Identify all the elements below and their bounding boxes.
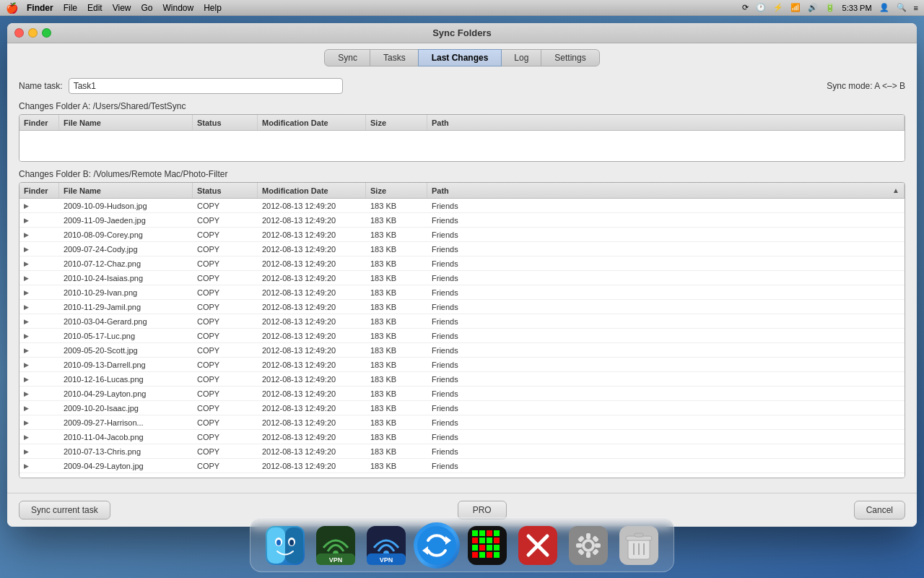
menubar-list-icon[interactable]: ≡: [914, 4, 918, 12]
table-row[interactable]: ▶ 2010-11-29-Jamil.png COPY 2012-08-13 1…: [19, 300, 905, 314]
svg-rect-23: [472, 538, 478, 543]
sync-folders-dialog: Sync Folders Sync Tasks Last Changes Log…: [7, 23, 917, 527]
table-row[interactable]: ▶ 2010-09-13-Darrell.png COPY 2012-08-13…: [19, 358, 905, 372]
table-row[interactable]: ▶ 2009-10-20-Isaac.jpg COPY 2012-08-13 1…: [19, 401, 905, 415]
cell-moddate: 2012-08-13 12:49:20: [258, 430, 366, 444]
maximize-button[interactable]: [42, 28, 51, 38]
cell-moddate: 2012-08-13 12:49:20: [258, 459, 366, 473]
dock: VPN VPN: [250, 517, 674, 572]
svg-text:VPN: VPN: [380, 556, 393, 564]
cell-filename: 2010-07-12-Chaz.png: [59, 256, 193, 270]
menu-window[interactable]: Window: [163, 3, 194, 13]
svg-rect-27: [472, 545, 478, 551]
cell-size: 183 KB: [366, 444, 427, 458]
row-expand-arrow: ▶: [24, 390, 29, 397]
cell-filename: 2010-04-29-Layton.png: [59, 387, 193, 400]
tab-sync[interactable]: Sync: [324, 49, 371, 66]
cell-finder: ▶: [19, 314, 59, 328]
table-row[interactable]: ▶ 2010-12-16-Lucas.png COPY 2012-08-13 1…: [19, 372, 905, 387]
cell-status: COPY: [193, 256, 258, 270]
cell-finder: ▶: [19, 256, 59, 270]
col-size-a[interactable]: Size: [366, 115, 427, 130]
table-row[interactable]: ▶ 2010-07-12-Chaz.png COPY 2012-08-13 12…: [19, 256, 905, 271]
dock-sys-prefs[interactable]: [565, 522, 611, 569]
cell-path: Friends: [427, 343, 905, 357]
cell-moddate: 2012-08-13 12:49:20: [258, 228, 366, 241]
tab-settings[interactable]: Settings: [541, 49, 599, 66]
minimize-button[interactable]: [28, 28, 38, 38]
menubar-search-icon[interactable]: 🔍: [897, 3, 907, 12]
row-expand-arrow: ▶: [24, 303, 29, 311]
col-filename-b[interactable]: File Name: [59, 183, 193, 198]
table-row[interactable]: ▶ 2009-11-09-Jaeden.jpg COPY 2012-08-13 …: [19, 213, 905, 228]
cell-finder: ▶: [19, 343, 59, 357]
svg-rect-29: [487, 545, 492, 551]
close-button[interactable]: [14, 28, 24, 38]
col-size-b[interactable]: Size: [366, 183, 427, 198]
menubar-user-icon[interactable]: 👤: [879, 3, 889, 12]
col-moddate-a[interactable]: Modification Date: [258, 115, 366, 130]
tab-tasks[interactable]: Tasks: [370, 49, 419, 66]
table-row[interactable]: ▶ 2010-07-13-Chris.png COPY 2012-08-13 1…: [19, 444, 905, 459]
svg-point-5: [276, 540, 281, 545]
cell-moddate: 2012-08-13 12:49:20: [258, 473, 366, 478]
table-row[interactable]: ▶ 2010-05-17-Luc.png COPY 2012-08-13 12:…: [19, 329, 905, 343]
table-row[interactable]: ▶ 2010-10-29-Ivan.png COPY 2012-08-13 12…: [19, 285, 905, 300]
table-row[interactable]: ▶ 2009-06-17-Stephen.jpg COPY 2012-08-13…: [19, 473, 905, 478]
cell-path: Friends: [427, 314, 905, 328]
table-row[interactable]: ▶ 2009-05-20-Scott.jpg COPY 2012-08-13 1…: [19, 343, 905, 358]
svg-rect-24: [479, 538, 485, 543]
table-row[interactable]: ▶ 2009-10-09-Hudson.jpg COPY 2012-08-13 …: [19, 199, 905, 213]
menu-finder[interactable]: Finder: [27, 3, 53, 13]
table-row[interactable]: ▶ 2010-03-04-Gerard.png COPY 2012-08-13 …: [19, 314, 905, 329]
dock-sync-folders[interactable]: [414, 522, 460, 569]
cell-status: COPY: [193, 285, 258, 299]
table-row[interactable]: ▶ 2010-08-09-Corey.png COPY 2012-08-13 1…: [19, 228, 905, 242]
folder-b-body: ▶ 2009-10-09-Hudson.jpg COPY 2012-08-13 …: [19, 199, 905, 478]
col-finder-b[interactable]: Finder: [19, 183, 59, 198]
cell-filename: 2009-11-09-Jaeden.jpg: [59, 213, 193, 227]
cell-size: 183 KB: [366, 387, 427, 400]
menu-help[interactable]: Help: [204, 3, 222, 13]
col-path-b[interactable]: Path ▲: [427, 183, 905, 198]
folder-a-header: Changes Folder A: /Users/Shared/TestSync: [19, 101, 905, 111]
svg-rect-2: [285, 527, 303, 564]
col-moddate-b[interactable]: Modification Date: [258, 183, 366, 198]
cell-status: COPY: [193, 387, 258, 400]
row-expand-arrow: ▶: [24, 419, 29, 426]
table-row[interactable]: ▶ 2009-07-24-Cody.jpg COPY 2012-08-13 12…: [19, 242, 905, 256]
dock-trash[interactable]: [616, 522, 662, 569]
tab-last-changes[interactable]: Last Changes: [418, 49, 502, 66]
apple-menu[interactable]: 🍎: [6, 2, 18, 14]
cell-status: COPY: [193, 372, 258, 386]
dock-vpn2[interactable]: VPN: [363, 522, 409, 569]
menu-go[interactable]: Go: [141, 3, 153, 13]
menu-file[interactable]: File: [64, 3, 77, 13]
dock-code[interactable]: [464, 522, 510, 569]
sort-arrow-b: ▲: [892, 186, 899, 194]
cell-path: Friends: [427, 358, 905, 371]
dock-vpn[interactable]: VPN: [313, 522, 359, 569]
cell-size: 183 KB: [366, 329, 427, 342]
dock-tomato[interactable]: [515, 522, 561, 569]
col-status-b[interactable]: Status: [193, 183, 258, 198]
table-row[interactable]: ▶ 2010-10-24-Isaias.png COPY 2012-08-13 …: [19, 271, 905, 285]
cell-status: COPY: [193, 401, 258, 415]
table-row[interactable]: ▶ 2009-04-29-Layton.jpg COPY 2012-08-13 …: [19, 459, 905, 473]
svg-rect-44: [595, 543, 601, 548]
menu-edit[interactable]: Edit: [87, 3, 103, 13]
col-status-a[interactable]: Status: [193, 115, 258, 130]
table-row[interactable]: ▶ 2009-09-27-Harrison... COPY 2012-08-13…: [19, 415, 905, 430]
svg-rect-30: [494, 545, 500, 551]
menu-view[interactable]: View: [113, 3, 131, 13]
name-task-input[interactable]: [69, 78, 343, 94]
menubar-wifi-icon: 📶: [790, 3, 801, 12]
dock-finder[interactable]: [262, 522, 308, 569]
col-path-a[interactable]: Path: [427, 115, 905, 130]
tab-log[interactable]: Log: [500, 49, 542, 66]
table-row[interactable]: ▶ 2010-11-04-Jacob.png COPY 2012-08-13 1…: [19, 430, 905, 444]
col-finder-a[interactable]: Finder: [19, 115, 59, 130]
table-row[interactable]: ▶ 2010-04-29-Layton.png COPY 2012-08-13 …: [19, 387, 905, 401]
col-filename-a[interactable]: File Name: [59, 115, 193, 130]
svg-rect-42: [586, 552, 590, 558]
